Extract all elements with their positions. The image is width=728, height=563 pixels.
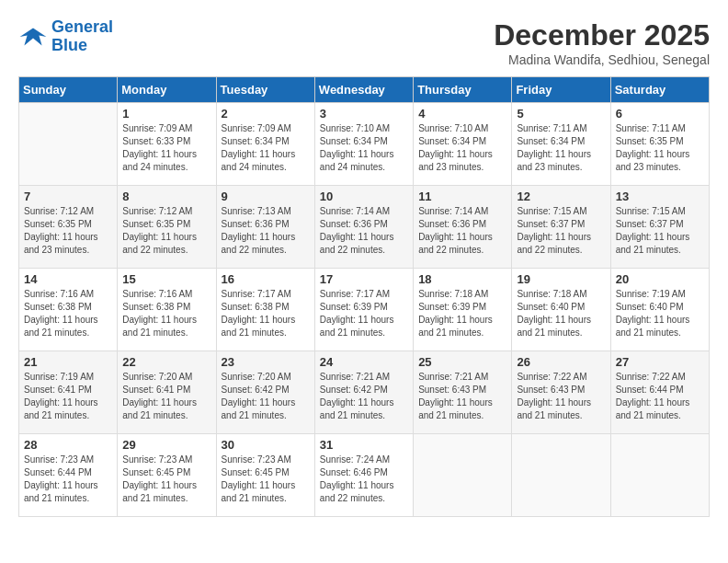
calendar-cell: 17Sunrise: 7:17 AMSunset: 6:39 PMDayligh… — [314, 269, 413, 351]
weekday-header-sunday: Sunday — [19, 77, 118, 103]
day-number: 1 — [122, 107, 210, 121]
day-detail: Sunrise: 7:13 AMSunset: 6:36 PMDaylight:… — [222, 205, 310, 257]
calendar-cell — [610, 434, 709, 517]
day-detail: Sunrise: 7:22 AMSunset: 6:44 PMDaylight:… — [616, 371, 704, 422]
location: Madina Wandifa, Sedhiou, Senegal — [494, 52, 710, 67]
logo: General Blue — [18, 18, 113, 55]
calendar-cell: 31Sunrise: 7:24 AMSunset: 6:46 PMDayligh… — [314, 434, 413, 517]
day-detail: Sunrise: 7:10 AMSunset: 6:34 PMDaylight:… — [320, 122, 408, 174]
day-detail: Sunrise: 7:15 AMSunset: 6:37 PMDaylight:… — [616, 205, 704, 257]
day-number: 23 — [222, 355, 310, 369]
day-detail: Sunrise: 7:17 AMSunset: 6:38 PMDaylight:… — [222, 288, 310, 339]
calendar-table: SundayMondayTuesdayWednesdayThursdayFrid… — [18, 76, 710, 517]
day-detail: Sunrise: 7:11 AMSunset: 6:35 PMDaylight:… — [616, 122, 704, 174]
day-number: 20 — [616, 272, 704, 286]
calendar-week-row: 28Sunrise: 7:23 AMSunset: 6:44 PMDayligh… — [19, 434, 710, 517]
month-title: December 2025 — [494, 18, 710, 52]
day-number: 31 — [320, 438, 408, 452]
logo-bird-icon — [18, 22, 48, 52]
day-number: 15 — [122, 272, 210, 286]
day-detail: Sunrise: 7:19 AMSunset: 6:40 PMDaylight:… — [616, 288, 704, 339]
calendar-cell: 4Sunrise: 7:10 AMSunset: 6:34 PMDaylight… — [414, 103, 512, 186]
calendar-cell: 20Sunrise: 7:19 AMSunset: 6:40 PMDayligh… — [610, 269, 709, 351]
calendar-cell: 14Sunrise: 7:16 AMSunset: 6:38 PMDayligh… — [19, 269, 118, 351]
calendar-cell: 18Sunrise: 7:18 AMSunset: 6:39 PMDayligh… — [414, 269, 512, 351]
calendar-week-row: 21Sunrise: 7:19 AMSunset: 6:41 PMDayligh… — [19, 351, 710, 434]
calendar-cell: 10Sunrise: 7:14 AMSunset: 6:36 PMDayligh… — [314, 186, 413, 269]
day-detail: Sunrise: 7:18 AMSunset: 6:39 PMDaylight:… — [418, 288, 506, 339]
day-detail: Sunrise: 7:23 AMSunset: 6:45 PMDaylight:… — [222, 454, 310, 505]
day-number: 29 — [122, 438, 210, 452]
calendar-cell: 2Sunrise: 7:09 AMSunset: 6:34 PMDaylight… — [216, 103, 314, 186]
day-number: 6 — [616, 107, 704, 121]
day-number: 14 — [24, 272, 112, 286]
calendar-cell: 12Sunrise: 7:15 AMSunset: 6:37 PMDayligh… — [512, 186, 610, 269]
calendar-cell: 3Sunrise: 7:10 AMSunset: 6:34 PMDaylight… — [314, 103, 413, 186]
page-header: General Blue December 2025 Madina Wandif… — [18, 18, 710, 67]
weekday-header-tuesday: Tuesday — [216, 77, 314, 103]
weekday-header-monday: Monday — [118, 77, 216, 103]
day-number: 12 — [517, 190, 605, 203]
calendar-cell — [512, 434, 610, 517]
calendar-cell: 30Sunrise: 7:23 AMSunset: 6:45 PMDayligh… — [216, 434, 314, 517]
day-number: 30 — [222, 438, 310, 452]
day-number: 21 — [24, 355, 112, 369]
day-number: 27 — [616, 355, 704, 369]
day-detail: Sunrise: 7:18 AMSunset: 6:40 PMDaylight:… — [517, 288, 605, 339]
day-number: 10 — [320, 190, 408, 203]
calendar-cell: 9Sunrise: 7:13 AMSunset: 6:36 PMDaylight… — [216, 186, 314, 269]
calendar-cell: 24Sunrise: 7:21 AMSunset: 6:42 PMDayligh… — [314, 351, 413, 434]
day-detail: Sunrise: 7:09 AMSunset: 6:33 PMDaylight:… — [122, 122, 210, 174]
day-detail: Sunrise: 7:14 AMSunset: 6:36 PMDaylight:… — [418, 205, 506, 257]
calendar-week-row: 14Sunrise: 7:16 AMSunset: 6:38 PMDayligh… — [19, 269, 710, 351]
day-number: 9 — [222, 190, 310, 203]
day-number: 19 — [517, 272, 605, 286]
day-number: 17 — [320, 272, 408, 286]
calendar-week-row: 7Sunrise: 7:12 AMSunset: 6:35 PMDaylight… — [19, 186, 710, 269]
day-number: 4 — [418, 107, 506, 121]
calendar-cell: 21Sunrise: 7:19 AMSunset: 6:41 PMDayligh… — [19, 351, 118, 434]
day-number: 25 — [418, 355, 506, 369]
day-detail: Sunrise: 7:22 AMSunset: 6:43 PMDaylight:… — [517, 371, 605, 422]
day-number: 22 — [122, 355, 210, 369]
day-number: 24 — [320, 355, 408, 369]
day-detail: Sunrise: 7:16 AMSunset: 6:38 PMDaylight:… — [122, 288, 210, 339]
day-detail: Sunrise: 7:12 AMSunset: 6:35 PMDaylight:… — [24, 205, 112, 257]
day-detail: Sunrise: 7:17 AMSunset: 6:39 PMDaylight:… — [320, 288, 408, 339]
calendar-cell: 13Sunrise: 7:15 AMSunset: 6:37 PMDayligh… — [610, 186, 709, 269]
day-detail: Sunrise: 7:19 AMSunset: 6:41 PMDaylight:… — [24, 371, 112, 422]
day-detail: Sunrise: 7:16 AMSunset: 6:38 PMDaylight:… — [24, 288, 112, 339]
title-block: December 2025 Madina Wandifa, Sedhiou, S… — [494, 18, 710, 67]
day-detail: Sunrise: 7:11 AMSunset: 6:34 PMDaylight:… — [517, 122, 605, 174]
calendar-cell: 11Sunrise: 7:14 AMSunset: 6:36 PMDayligh… — [414, 186, 512, 269]
day-detail: Sunrise: 7:15 AMSunset: 6:37 PMDaylight:… — [517, 205, 605, 257]
calendar-cell: 6Sunrise: 7:11 AMSunset: 6:35 PMDaylight… — [610, 103, 709, 186]
weekday-header-friday: Friday — [512, 77, 610, 103]
day-number: 11 — [418, 190, 506, 203]
day-detail: Sunrise: 7:23 AMSunset: 6:44 PMDaylight:… — [24, 454, 112, 505]
calendar-cell: 15Sunrise: 7:16 AMSunset: 6:38 PMDayligh… — [118, 269, 216, 351]
day-detail: Sunrise: 7:20 AMSunset: 6:41 PMDaylight:… — [122, 371, 210, 422]
day-detail: Sunrise: 7:14 AMSunset: 6:36 PMDaylight:… — [320, 205, 408, 257]
day-number: 18 — [418, 272, 506, 286]
calendar-cell: 26Sunrise: 7:22 AMSunset: 6:43 PMDayligh… — [512, 351, 610, 434]
day-detail: Sunrise: 7:12 AMSunset: 6:35 PMDaylight:… — [122, 205, 210, 257]
logo-text: General Blue — [51, 18, 113, 55]
day-number: 3 — [320, 107, 408, 121]
calendar-cell — [414, 434, 512, 517]
day-number: 13 — [616, 190, 704, 203]
calendar-cell: 1Sunrise: 7:09 AMSunset: 6:33 PMDaylight… — [118, 103, 216, 186]
weekday-header-saturday: Saturday — [610, 77, 709, 103]
weekday-header-thursday: Thursday — [414, 77, 512, 103]
svg-marker-0 — [20, 28, 47, 45]
day-number: 2 — [222, 107, 310, 121]
calendar-cell: 27Sunrise: 7:22 AMSunset: 6:44 PMDayligh… — [610, 351, 709, 434]
calendar-cell: 5Sunrise: 7:11 AMSunset: 6:34 PMDaylight… — [512, 103, 610, 186]
day-detail: Sunrise: 7:09 AMSunset: 6:34 PMDaylight:… — [222, 122, 310, 174]
day-number: 16 — [222, 272, 310, 286]
calendar-cell — [19, 103, 118, 186]
calendar-cell: 23Sunrise: 7:20 AMSunset: 6:42 PMDayligh… — [216, 351, 314, 434]
calendar-cell: 8Sunrise: 7:12 AMSunset: 6:35 PMDaylight… — [118, 186, 216, 269]
day-detail: Sunrise: 7:20 AMSunset: 6:42 PMDaylight:… — [222, 371, 310, 422]
calendar-cell: 19Sunrise: 7:18 AMSunset: 6:40 PMDayligh… — [512, 269, 610, 351]
